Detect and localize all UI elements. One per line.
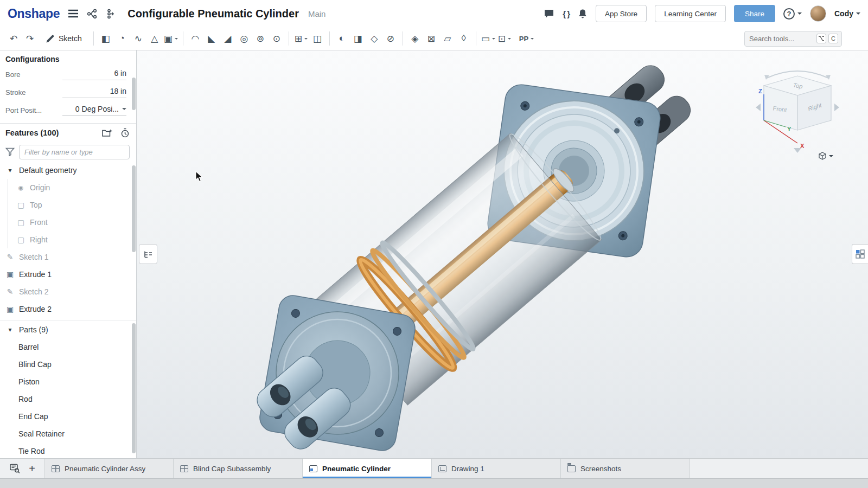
notifications-icon[interactable]	[578, 9, 588, 19]
feature-item[interactable]: ▢ Front	[0, 214, 136, 231]
sketch-button[interactable]: Sketch	[40, 30, 87, 47]
toolbar-divider	[93, 31, 94, 46]
configuration-input[interactable]: 18 in	[62, 87, 126, 98]
configuration-row[interactable]: Port Posit... 0 Deg Posi...	[0, 101, 136, 119]
feature-item[interactable]: ▢ Top	[0, 196, 136, 214]
configuration-input[interactable]: 0 Deg Posi...	[62, 105, 126, 116]
part-item[interactable]: Blind Cap	[0, 356, 136, 373]
toolbar-divider	[329, 31, 330, 46]
configuration-row[interactable]: Bore 6 in	[0, 66, 136, 84]
plane-icon[interactable]: ▭	[480, 30, 496, 47]
tab-bar: + Pneumatic Cylinder Assy Blind Cap Suba…	[0, 458, 868, 478]
feature-item[interactable]: ▣ Extrude 2	[0, 300, 136, 318]
feature-filter-input[interactable]	[19, 145, 130, 159]
document-tab[interactable]: Pneumatic Cylinder Assy	[44, 459, 174, 478]
view-cube[interactable]: Top Front Right Z X Y	[751, 60, 844, 163]
help-menu[interactable]: ?	[783, 8, 802, 20]
extrude-icon[interactable]: ◧	[98, 30, 114, 47]
left-panel: Configurations Bore 6 in Stroke 18 in Po…	[0, 50, 137, 458]
app-store-button[interactable]: App Store	[596, 5, 647, 22]
versions-icon[interactable]	[87, 9, 97, 19]
fillet-icon[interactable]: ◠	[187, 30, 203, 47]
custom-features-button[interactable]: PP	[516, 30, 537, 47]
hole-icon[interactable]: ⊚	[252, 30, 269, 47]
loft-icon[interactable]: △	[146, 30, 163, 47]
thicken-icon[interactable]: ▣	[163, 30, 179, 47]
configuration-input[interactable]: 6 in	[62, 69, 126, 80]
draft-icon[interactable]: ◢	[220, 30, 236, 47]
boolean-icon[interactable]: ◐	[334, 30, 350, 47]
sweep-icon[interactable]: ∿	[130, 30, 146, 47]
feature-label: Sketch 1	[19, 253, 48, 261]
document-tab[interactable]: Pneumatic Cylinder	[303, 459, 432, 478]
split-icon[interactable]: ◨	[350, 30, 366, 47]
rollback-icon[interactable]	[120, 128, 130, 138]
search-tools-input[interactable]	[748, 34, 814, 43]
feature-item[interactable]: ▣ Extrude 1	[0, 266, 136, 283]
linear-pattern-icon[interactable]: ⊞	[293, 30, 309, 47]
feature-item[interactable]: ▢ Right	[0, 231, 136, 248]
onshape-logo[interactable]: Onshape	[8, 7, 60, 21]
feature-item[interactable]: ✎ Sketch 1	[0, 248, 136, 266]
undo-icon[interactable]: ↶	[5, 30, 22, 47]
document-tab[interactable]: Screenshots	[561, 459, 690, 478]
feature-label: Extrude 2	[19, 305, 52, 313]
model-end-cap[interactable]	[258, 293, 417, 453]
part-item[interactable]: End Cap	[0, 408, 136, 425]
configuration-label: Bore	[5, 70, 62, 79]
sheet-metal-icon[interactable]: ⊡	[496, 30, 513, 47]
document-tab[interactable]: Blind Cap Subassembly	[174, 459, 303, 478]
part-item[interactable]: Piston	[0, 373, 136, 390]
feature-list-toggle-button[interactable]	[139, 244, 157, 264]
part-item[interactable]: Rod	[0, 390, 136, 408]
feature-label: Top	[30, 201, 42, 209]
featurescript-icon[interactable]: { }	[563, 9, 570, 18]
features-scrollbar[interactable]	[132, 162, 136, 320]
feature-toolbar: ↶↷ Sketch ◧◔∿△▣◠◣◢◎⊚⊙⊞◫◐◨◇⊘◈⊠▱◊▭⊡ PP C	[0, 27, 868, 50]
move-face-icon[interactable]: ▱	[439, 30, 456, 47]
user-avatar[interactable]	[810, 5, 826, 22]
workspace-name[interactable]: Main	[308, 9, 326, 18]
tab-label: Drawing 1	[451, 465, 484, 473]
part-item[interactable]: Seal Retainer	[0, 425, 136, 442]
feature-item[interactable]: ▾ Default geometry	[0, 162, 136, 179]
plane-icon: ▢	[16, 235, 25, 244]
shell-icon[interactable]: ◎	[236, 30, 252, 47]
3d-viewport[interactable]: Top Front Right Z X Y	[137, 50, 868, 458]
manage-tabs-icon[interactable]	[5, 459, 24, 478]
delete-face-icon[interactable]: ⊠	[423, 30, 439, 47]
intersect-icon[interactable]: ◇	[366, 30, 382, 47]
counterbore-icon[interactable]: ⊙	[269, 30, 285, 47]
configuration-label: Stroke	[5, 88, 62, 97]
transform-icon[interactable]: ◈	[407, 30, 423, 47]
part-item[interactable]: Tie Rod	[0, 442, 136, 458]
revolve-icon[interactable]: ◔	[114, 30, 130, 47]
learning-center-button[interactable]: Learning Center	[655, 5, 726, 22]
view-options-menu[interactable]	[813, 149, 838, 163]
part-item[interactable]: Barrel	[0, 338, 136, 356]
configurations-title: Configurations	[0, 50, 136, 66]
add-tab-button[interactable]: +	[24, 459, 40, 478]
chamfer-icon[interactable]: ◣	[203, 30, 220, 47]
parts-scrollbar[interactable]	[132, 321, 136, 458]
redo-icon[interactable]: ↷	[22, 30, 38, 47]
document-tab[interactable]: Drawing 1	[432, 459, 561, 478]
filter-icon	[5, 147, 15, 156]
replace-face-icon[interactable]: ◊	[456, 30, 472, 47]
config-scrollbar[interactable]	[132, 50, 136, 123]
main-menu-icon[interactable]	[68, 9, 79, 18]
chevron-down-icon	[829, 155, 833, 159]
search-tools-box[interactable]: C	[744, 31, 842, 47]
user-menu[interactable]: Cody	[834, 9, 860, 18]
follow-mode-icon[interactable]	[105, 9, 115, 19]
parts-header[interactable]: ▾ Parts (9)	[0, 321, 136, 338]
mirror-icon[interactable]: ◫	[309, 30, 326, 47]
share-button[interactable]: Share	[734, 5, 775, 22]
feature-item[interactable]: ✎ Sketch 2	[0, 283, 136, 300]
delete-part-icon[interactable]: ⊘	[382, 30, 399, 47]
feature-item[interactable]: ◉ Origin	[0, 179, 136, 196]
comments-icon[interactable]	[544, 9, 554, 19]
create-folder-icon[interactable]	[102, 129, 113, 137]
configuration-row[interactable]: Stroke 18 in	[0, 84, 136, 101]
right-panel-toggle-button[interactable]	[852, 244, 868, 264]
